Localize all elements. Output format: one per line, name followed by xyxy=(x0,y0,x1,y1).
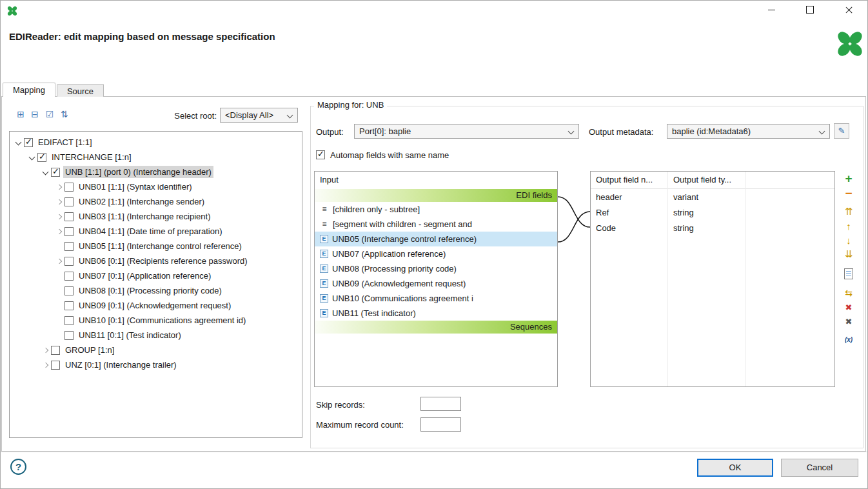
tab-mapping[interactable]: Mapping xyxy=(3,83,55,97)
input-item-label: UNB10 (Communications agreement i xyxy=(332,294,473,303)
checkbox[interactable] xyxy=(64,316,74,325)
tree-item[interactable]: UNB02 [1:1] (Interchange sender) xyxy=(10,194,302,209)
checkbox[interactable] xyxy=(51,361,60,370)
message-tree: EDIFACT [1:1] INTERCHANGE [1:n] UNB [1:1… xyxy=(9,131,302,438)
output-row[interactable]: Code string xyxy=(591,220,834,235)
maximize-button[interactable] xyxy=(795,0,825,19)
minimize-button[interactable] xyxy=(756,0,786,19)
skip-records-input[interactable] xyxy=(420,397,461,411)
chevron-right-icon[interactable] xyxy=(54,197,64,207)
output-row[interactable]: header variant xyxy=(591,189,834,205)
tree-item-label: GROUP [1:n] xyxy=(63,344,116,356)
move-bottom-button[interactable]: ⇊ xyxy=(841,247,856,261)
input-item[interactable]: ≡[children only - subtree] xyxy=(315,202,557,217)
checkbox[interactable] xyxy=(64,183,74,192)
tab-source[interactable]: Source xyxy=(57,84,104,97)
automap-checkbox[interactable] xyxy=(316,150,325,159)
max-record-count-input[interactable] xyxy=(420,417,461,432)
sort-icon[interactable]: ⇅ xyxy=(58,108,71,121)
checkbox[interactable] xyxy=(64,197,74,206)
cancel-mapping-button[interactable]: ✖ xyxy=(841,300,856,314)
tree-item[interactable]: UNZ [0:1] (Interchange trailer) xyxy=(10,357,302,372)
tree-item-label: UNB10 [0:1] (Communications agreement id… xyxy=(77,314,248,326)
input-item[interactable]: ≡[segment with children - segment and xyxy=(315,217,557,232)
checkbox[interactable] xyxy=(64,286,74,295)
chevron-down-icon[interactable] xyxy=(27,152,37,163)
chevron-right-icon[interactable] xyxy=(54,256,64,266)
close-button[interactable] xyxy=(834,0,863,19)
tree-item[interactable]: UNB01 [1:1] (Syntax identifier) xyxy=(10,179,302,194)
tree-item[interactable]: UNB09 [0:1] (Acknowledgement request) xyxy=(10,298,302,313)
expand-all-icon[interactable]: ⊞ xyxy=(14,108,27,121)
input-item-label: UNB07 (Application reference) xyxy=(332,249,446,259)
checkbox[interactable] xyxy=(64,272,74,281)
select-root-combo[interactable]: <Display All> xyxy=(220,108,298,123)
add-field-button[interactable]: + xyxy=(841,172,856,186)
checkbox[interactable] xyxy=(64,212,74,221)
tree-item[interactable]: UNB06 [0:1] (Recipients reference passwo… xyxy=(10,254,302,268)
tree-item-label: UNB04 [1:1] (Date time of preparation) xyxy=(77,225,224,237)
paste-fields-button[interactable] xyxy=(841,266,856,281)
checkbox[interactable] xyxy=(37,153,46,162)
collapse-all-icon[interactable]: ⊟ xyxy=(28,108,41,121)
tree-item[interactable]: UNB07 [0:1] (Application reference) xyxy=(10,268,302,283)
chevron-right-icon[interactable] xyxy=(41,345,51,355)
input-item-selected[interactable]: EUNB05 (Interchange control reference) xyxy=(315,232,557,246)
check-all-icon[interactable]: ☑ xyxy=(43,108,56,121)
input-item[interactable]: EUNB07 (Application reference) xyxy=(315,246,557,261)
edit-expression-button[interactable]: (x) xyxy=(841,332,856,346)
move-down-button[interactable]: ↓ xyxy=(841,233,856,247)
output-field-name: header xyxy=(591,192,668,202)
tree-item[interactable]: UNB03 [1:1] (Interchange recipient) xyxy=(10,209,302,224)
checkbox[interactable] xyxy=(24,138,33,147)
tree-item-label: UNB01 [1:1] (Syntax identifier) xyxy=(77,181,194,193)
chevron-right-icon[interactable] xyxy=(54,226,64,237)
input-item[interactable]: EUNB11 (Test indicator) xyxy=(315,306,557,321)
input-column-header[interactable]: Input xyxy=(315,172,557,189)
chevron-right-icon[interactable] xyxy=(54,182,64,192)
edi-field-icon: E xyxy=(320,309,328,317)
input-item[interactable]: EUNB09 (Acknowledgement request) xyxy=(315,276,557,291)
input-item[interactable]: EUNB10 (Communications agreement i xyxy=(315,291,557,306)
tree-item[interactable]: UNB10 [0:1] (Communications agreement id… xyxy=(10,313,302,328)
edit-metadata-button[interactable]: ✎ xyxy=(834,123,849,139)
tree-item-selected[interactable]: UNB [1:1] (port 0) (Interchange header) xyxy=(10,165,302,179)
tab-bar: Mapping Source xyxy=(3,83,105,97)
tree-item[interactable]: INTERCHANGE [1:n] xyxy=(10,150,302,165)
output-field-type-header[interactable]: Output field ty... xyxy=(668,172,746,188)
checkbox[interactable] xyxy=(51,346,60,355)
output-metadata-combo[interactable]: baplie (id:Metadata6) xyxy=(667,124,830,139)
tree-item[interactable]: GROUP [1:n] xyxy=(10,343,302,357)
checkbox[interactable] xyxy=(64,331,74,340)
remove-field-button[interactable]: − xyxy=(841,186,856,201)
output-field-type: string xyxy=(668,208,746,217)
output-row[interactable]: Ref string xyxy=(591,205,834,220)
chevron-right-icon[interactable] xyxy=(41,360,51,370)
tree-item[interactable]: UNB08 [0:1] (Processing priority code) xyxy=(10,283,302,298)
checkbox[interactable] xyxy=(64,301,74,310)
ok-button[interactable]: OK xyxy=(697,459,773,477)
output-field-name-header[interactable]: Output field n... xyxy=(591,172,668,188)
chevron-right-icon[interactable] xyxy=(54,212,64,222)
tree-item[interactable]: UNB05 [1:1] (Interchange control referen… xyxy=(10,239,302,254)
tree-item[interactable]: UNB04 [1:1] (Date time of preparation) xyxy=(10,224,302,239)
tree-item[interactable]: UNB11 [0:1] (Test indicator) xyxy=(10,328,302,343)
tree-item[interactable]: EDIFACT [1:1] xyxy=(10,135,302,150)
edi-fields-banner: EDI fields xyxy=(315,189,557,202)
chevron-down-icon[interactable] xyxy=(14,137,24,148)
move-top-button[interactable]: ⇈ xyxy=(841,205,856,219)
map-by-name-button[interactable]: ⇆ xyxy=(841,286,856,300)
checkbox[interactable] xyxy=(64,242,74,251)
chevron-down-icon[interactable] xyxy=(41,167,51,177)
help-button[interactable]: ? xyxy=(10,459,26,475)
cancel-button[interactable]: Cancel xyxy=(781,459,858,477)
output-field-type: string xyxy=(668,223,746,233)
document-icon xyxy=(844,268,853,279)
checkbox[interactable] xyxy=(64,257,74,266)
move-up-button[interactable]: ↑ xyxy=(841,219,856,233)
checkbox[interactable] xyxy=(64,227,74,236)
cancel-all-mappings-button[interactable]: ✖ xyxy=(841,314,856,328)
checkbox[interactable] xyxy=(51,168,60,177)
input-item[interactable]: EUNB08 (Processing priority code) xyxy=(315,261,557,276)
output-port-combo[interactable]: Port[0]: baplie xyxy=(354,124,579,139)
